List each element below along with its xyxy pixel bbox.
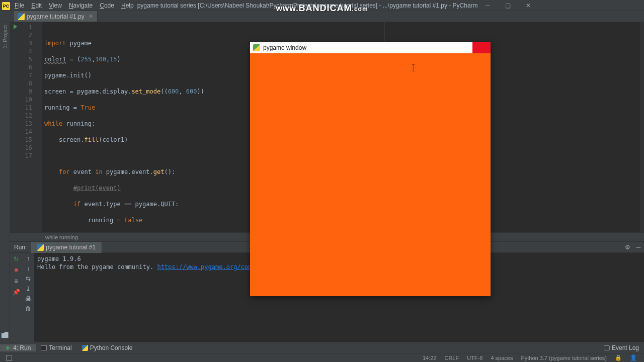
pygame-title: pygame window bbox=[263, 44, 306, 51]
tab-close-icon[interactable]: ✕ bbox=[89, 13, 93, 20]
pin-icon[interactable]: 📌 bbox=[12, 288, 20, 296]
tool-event-log[interactable]: Event Log bbox=[599, 344, 644, 351]
fold-column bbox=[35, 22, 42, 232]
status-left-icon[interactable] bbox=[6, 355, 12, 361]
line-numbers: 1234567891011121314151617 bbox=[20, 22, 35, 232]
status-bar: 14:22 CRLF UTF-8 4 spaces Python 3.7 (py… bbox=[0, 353, 644, 362]
terminal-icon bbox=[41, 345, 47, 350]
run-config-tab[interactable]: pygame tutorial #1 bbox=[31, 242, 102, 253]
rerun-icon[interactable]: ↻ bbox=[12, 255, 20, 263]
minimize-button[interactable]: ─ bbox=[478, 0, 498, 11]
status-line-sep[interactable]: CRLF bbox=[440, 355, 463, 361]
tool-run[interactable]: 4: Run bbox=[0, 344, 36, 351]
text-cursor-icon bbox=[413, 64, 414, 71]
print-icon[interactable]: 🖶 bbox=[25, 295, 31, 302]
up-icon[interactable]: ↑ bbox=[27, 255, 30, 262]
down-icon[interactable]: ↓ bbox=[27, 265, 30, 272]
tool-project[interactable]: 1: Project bbox=[2, 25, 8, 48]
maximize-button[interactable]: ▢ bbox=[498, 0, 518, 11]
bandicam-watermark: www.BANDICAM.com bbox=[276, 3, 368, 14]
tool-python-console[interactable]: Python Console bbox=[77, 344, 138, 351]
wrap-icon[interactable]: ⇆ bbox=[26, 275, 31, 282]
pygame-titlebar[interactable]: pygame window bbox=[250, 42, 491, 53]
run-gutter-icon[interactable] bbox=[14, 24, 17, 29]
run-tab-label: pygame tutorial #1 bbox=[46, 244, 96, 251]
pygame-close-button[interactable] bbox=[472, 42, 491, 53]
play-icon bbox=[7, 346, 10, 350]
watermark-main: BANDICAM bbox=[299, 3, 352, 13]
menu-edit[interactable]: Edit bbox=[28, 1, 45, 10]
file-tab-label: pygame tutorial #1.py bbox=[27, 13, 85, 20]
gutter-run-icons bbox=[10, 22, 20, 232]
bottom-tool-row: 4: Run Terminal Python Console Event Log bbox=[0, 342, 644, 353]
tool-terminal[interactable]: Terminal bbox=[36, 344, 76, 351]
run-settings-icon[interactable]: ⚙ bbox=[622, 242, 633, 253]
menu-file[interactable]: File bbox=[11, 1, 28, 10]
menu-help[interactable]: Help bbox=[118, 1, 137, 10]
menu-code[interactable]: Code bbox=[96, 1, 118, 10]
trash-icon[interactable]: 🗑 bbox=[25, 305, 31, 312]
status-lock-icon[interactable]: 🔒 bbox=[611, 354, 626, 361]
window-buttons: ─ ▢ ✕ bbox=[478, 0, 538, 11]
status-position[interactable]: 14:22 bbox=[419, 355, 441, 361]
menu-navigate[interactable]: Navigate bbox=[65, 1, 96, 10]
run-hide-icon[interactable]: ─ bbox=[633, 242, 644, 253]
run-toolbar-right: ↑ ↓ ⇆ ⤓ 🖶 🗑 bbox=[22, 253, 34, 342]
python-file-icon bbox=[18, 13, 25, 20]
watermark-prefix: www. bbox=[276, 4, 298, 13]
pygame-icon bbox=[253, 44, 260, 51]
status-hector-icon[interactable]: 👤 bbox=[626, 354, 641, 361]
run-label: Run: bbox=[10, 244, 31, 251]
watermark-suffix: .com bbox=[352, 6, 368, 13]
left-tool-stripe[interactable]: 1: Project bbox=[0, 22, 10, 342]
scroll-icon[interactable]: ⤓ bbox=[26, 285, 31, 292]
error-stripe bbox=[640, 22, 644, 232]
python-file-icon bbox=[37, 244, 44, 251]
file-tab-active[interactable]: pygame tutorial #1.py ✕ bbox=[13, 11, 98, 22]
app-icon: PC bbox=[2, 2, 10, 10]
menu-view[interactable]: View bbox=[45, 1, 65, 10]
run-toolbar-left: ↻ ■ ≡ 📌 bbox=[10, 253, 22, 342]
stop-icon[interactable]: ■ bbox=[12, 266, 20, 274]
status-encoding[interactable]: UTF-8 bbox=[463, 355, 487, 361]
close-button[interactable]: ✕ bbox=[518, 0, 538, 11]
pygame-window[interactable]: pygame window bbox=[250, 42, 491, 296]
layout-icon[interactable]: ≡ bbox=[12, 277, 20, 285]
pygame-canvas bbox=[250, 53, 491, 296]
python-icon bbox=[82, 345, 88, 351]
bubble-icon bbox=[604, 345, 610, 350]
structure-icon[interactable] bbox=[2, 332, 9, 338]
status-indent[interactable]: 4 spaces bbox=[487, 355, 517, 361]
status-interpreter[interactable]: Python 3.7 (pygame tutorial series) bbox=[517, 355, 611, 361]
